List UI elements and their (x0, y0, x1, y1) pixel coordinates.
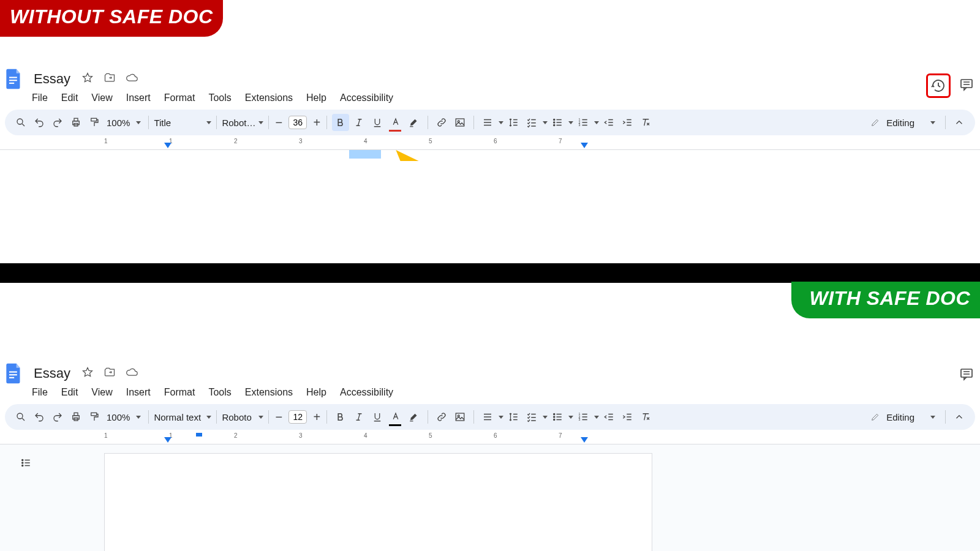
redo-icon[interactable] (49, 114, 66, 131)
indent-marker-icon[interactable] (164, 143, 172, 148)
underline-button[interactable] (369, 408, 386, 425)
font-size-input[interactable]: 12 (288, 410, 307, 424)
menu-format[interactable]: Format (164, 387, 195, 398)
comments-button[interactable] (959, 367, 974, 384)
menu-edit[interactable]: Edit (61, 387, 78, 398)
redo-icon[interactable] (49, 408, 66, 425)
undo-icon[interactable] (31, 408, 48, 425)
decrease-font-size-button[interactable]: − (274, 116, 284, 130)
menu-view[interactable]: View (91, 387, 112, 398)
document-canvas[interactable] (0, 150, 980, 272)
font-family-select[interactable]: Roboto (222, 412, 263, 422)
decrease-indent-button[interactable] (600, 114, 617, 131)
font-size-input[interactable]: 36 (288, 116, 307, 129)
chevron-down-icon[interactable] (543, 416, 548, 419)
collapse-toolbar-button[interactable] (951, 114, 968, 131)
menu-help[interactable]: Help (306, 92, 326, 103)
bold-button[interactable] (332, 114, 349, 131)
insert-link-icon[interactable] (433, 408, 450, 425)
paint-format-icon[interactable] (86, 114, 103, 131)
insert-image-icon[interactable] (451, 408, 469, 425)
menu-edit[interactable]: Edit (61, 92, 78, 103)
align-button[interactable] (479, 114, 496, 131)
text-color-button[interactable] (387, 408, 404, 425)
move-folder-icon[interactable] (104, 366, 116, 381)
bulleted-list-button[interactable] (549, 114, 566, 131)
menu-file[interactable]: File (32, 387, 48, 398)
zoom-select[interactable]: 100% (104, 412, 143, 422)
horizontal-ruler[interactable]: 1 1 2 3 4 5 6 7 (0, 432, 980, 444)
paint-format-icon[interactable] (86, 408, 103, 425)
document-outline-button[interactable] (17, 454, 34, 471)
star-icon[interactable] (81, 366, 94, 381)
chevron-down-icon[interactable] (499, 416, 503, 419)
increase-font-size-button[interactable]: + (312, 116, 322, 130)
underline-button[interactable] (369, 114, 386, 131)
editing-mode-select[interactable]: Editing (865, 412, 940, 422)
collapse-toolbar-button[interactable] (951, 408, 968, 425)
bulleted-list-button[interactable] (549, 408, 566, 425)
paragraph-style-select[interactable]: Normal text (154, 412, 211, 422)
menu-format[interactable]: Format (164, 92, 195, 103)
right-indent-marker-icon[interactable] (581, 143, 588, 148)
line-spacing-button[interactable] (505, 408, 522, 425)
text-color-button[interactable] (387, 114, 404, 131)
document-page[interactable] (104, 453, 652, 551)
menu-insert[interactable]: Insert (126, 92, 151, 103)
insert-link-icon[interactable] (433, 114, 450, 131)
print-icon[interactable] (67, 114, 85, 131)
menu-accessibility[interactable]: Accessibility (340, 387, 393, 398)
increase-indent-button[interactable] (619, 408, 636, 425)
font-family-select[interactable]: Robot… (222, 118, 263, 128)
decrease-indent-button[interactable] (600, 408, 617, 425)
checklist-button[interactable] (523, 114, 540, 131)
right-indent-marker-icon[interactable] (581, 437, 588, 443)
menu-help[interactable]: Help (306, 387, 326, 398)
search-menus-icon[interactable] (12, 408, 29, 425)
clear-formatting-button[interactable] (637, 408, 654, 425)
version-history-button[interactable] (926, 73, 951, 98)
document-canvas[interactable] (0, 444, 980, 551)
decrease-font-size-button[interactable]: − (274, 410, 284, 424)
comments-button[interactable] (959, 77, 974, 94)
cloud-status-icon[interactable] (126, 72, 138, 86)
document-title[interactable]: Essay (30, 365, 70, 381)
checklist-button[interactable] (523, 408, 540, 425)
menu-file[interactable]: File (32, 92, 48, 103)
align-button[interactable] (479, 408, 496, 425)
horizontal-ruler[interactable]: 1 1 2 3 4 5 6 7 (0, 138, 980, 150)
italic-button[interactable] (350, 114, 368, 131)
cloud-status-icon[interactable] (126, 366, 138, 381)
google-docs-icon[interactable] (4, 67, 23, 91)
chevron-down-icon[interactable] (568, 416, 573, 419)
menu-tools[interactable]: Tools (208, 387, 231, 398)
increase-font-size-button[interactable]: + (312, 410, 322, 424)
menu-view[interactable]: View (91, 92, 112, 103)
italic-button[interactable] (350, 408, 368, 425)
chevron-down-icon[interactable] (568, 121, 573, 124)
line-spacing-button[interactable] (505, 114, 522, 131)
document-title[interactable]: Essay (30, 71, 70, 87)
zoom-select[interactable]: 100% (104, 118, 143, 128)
bold-button[interactable] (332, 408, 349, 425)
menu-extensions[interactable]: Extensions (245, 387, 293, 398)
google-docs-icon[interactable] (4, 361, 23, 386)
menu-insert[interactable]: Insert (126, 387, 151, 398)
move-folder-icon[interactable] (104, 72, 116, 86)
undo-icon[interactable] (31, 114, 48, 131)
numbered-list-button[interactable]: 123 (575, 114, 592, 131)
numbered-list-button[interactable]: 123 (575, 408, 592, 425)
menu-accessibility[interactable]: Accessibility (340, 92, 393, 103)
menu-extensions[interactable]: Extensions (245, 92, 293, 103)
clear-formatting-button[interactable] (637, 114, 654, 131)
chevron-down-icon[interactable] (594, 121, 599, 124)
chevron-down-icon[interactable] (594, 416, 599, 419)
highlight-color-button[interactable] (405, 114, 423, 131)
paragraph-style-select[interactable]: Title (154, 118, 211, 128)
increase-indent-button[interactable] (619, 114, 636, 131)
indent-marker-icon[interactable] (164, 437, 172, 443)
chevron-down-icon[interactable] (543, 121, 548, 124)
insert-image-icon[interactable] (451, 114, 469, 131)
print-icon[interactable] (67, 408, 85, 425)
first-line-marker-icon[interactable] (196, 433, 202, 437)
